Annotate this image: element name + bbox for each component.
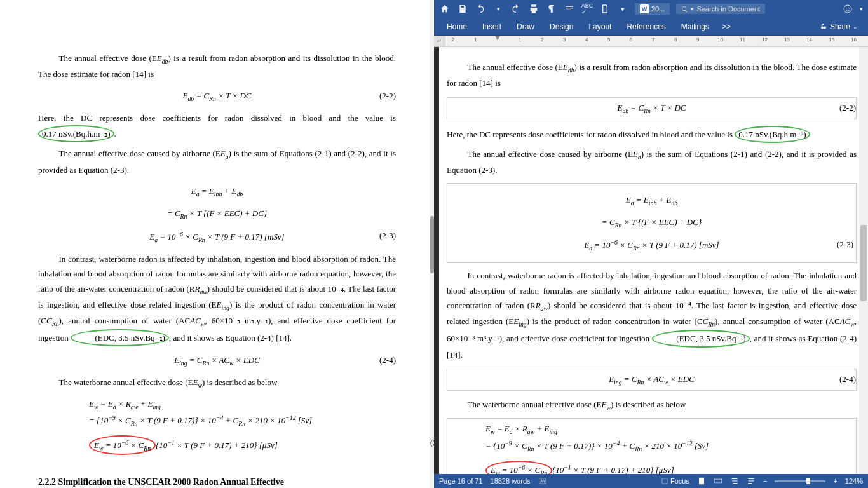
search-icon — [681, 6, 688, 13]
zoom-slider[interactable] — [775, 480, 825, 482]
share-icon — [820, 23, 827, 30]
green-annotation: (EDC, 3.5 nSv.Bq₋₁) — [71, 329, 169, 346]
tabs-overflow[interactable]: >> — [717, 18, 736, 35]
word-count[interactable]: 18828 words — [491, 477, 531, 485]
redo-icon[interactable] — [510, 3, 522, 15]
red-annotation[interactable]: Ew = 10−6 × CRn — [485, 461, 552, 474]
paragraph-marks-icon[interactable] — [546, 3, 557, 15]
green-annotation: 0.17 nSv.(Bq.h.m₋₃) — [38, 125, 114, 142]
word-document-area[interactable]: The annual effective dose (EEdb) is a re… — [439, 47, 864, 474]
scrollbar-thumb[interactable] — [860, 225, 867, 301]
ruler-corner[interactable]: ↵ — [434, 36, 445, 47]
page-icon[interactable] — [599, 3, 611, 15]
equation-2-3[interactable]: Ea = Einh + Edb = CRn × T {(F × EEC) + D… — [447, 183, 857, 264]
page-indicator[interactable]: Page 16 of 71 — [439, 477, 483, 485]
word-app-icon: W — [640, 4, 649, 13]
tab-layout[interactable]: Layout — [581, 18, 619, 35]
focus-mode-button[interactable]: Focus — [661, 477, 689, 485]
indent-marker[interactable] — [495, 36, 500, 41]
overflow-icon[interactable]: ▾ — [617, 3, 628, 15]
word-statusbar: Page 16 of 71 18828 words Focus − + 124% — [434, 474, 868, 488]
tab-draw[interactable]: Draw — [509, 18, 542, 35]
zoom-in-button[interactable]: + — [833, 477, 837, 485]
spellcheck-status-icon[interactable] — [538, 477, 547, 485]
red-annotation: Ew = 10−6 × CRn — [89, 435, 156, 454]
left-doc-content: The annual effective dose (EEdb) is a re… — [0, 0, 434, 488]
print-icon[interactable] — [528, 3, 539, 15]
word-window: ▾ ABC✓ ▾ W 20... ▾ Search in Document ▾ … — [434, 0, 868, 488]
paragraph: Here, the DC represents dose coefficient… — [38, 111, 396, 143]
heading-2-2-2: 2.2.2 Simplification the UNSCEAR 2000 Ra… — [38, 474, 396, 488]
save-icon[interactable] — [457, 3, 468, 15]
paragraph: The waterborne annual effective dose (EE… — [38, 375, 396, 391]
svg-rect-5 — [699, 478, 704, 485]
scrollbar-vertical[interactable] — [430, 0, 434, 488]
tab-mailings[interactable]: Mailings — [674, 18, 717, 35]
ribbon-tabs: Home Insert Draw Design Layout Reference… — [434, 18, 868, 36]
document-title[interactable]: W 20... — [635, 3, 670, 15]
svg-point-0 — [844, 5, 851, 13]
svg-point-1 — [846, 8, 846, 8]
draft-view-icon[interactable] — [747, 477, 756, 485]
print-layout-view-icon[interactable] — [697, 477, 706, 485]
paragraph: The annual effective dose caused by airb… — [38, 146, 396, 177]
tab-references[interactable]: References — [619, 18, 673, 35]
undo-dropdown-icon[interactable]: ▾ — [492, 3, 504, 15]
equation-2-3: Ea = Einh + Edb = CRn × T {(F × EEC) + D… — [38, 184, 396, 245]
home-icon[interactable] — [439, 3, 451, 15]
left-document-pane: The annual effective dose (EEdb) is a re… — [0, 0, 434, 488]
zoom-slider-thumb[interactable] — [806, 478, 810, 484]
horizontal-ruler[interactable]: ↵ 2 1 1 2 3 4 5 6 7 8 9 10 11 12 13 14 1… — [434, 36, 868, 47]
paragraph: The annual effective dose (EEdb) is a re… — [38, 51, 396, 82]
outline-view-icon[interactable] — [730, 477, 739, 485]
spellcheck-icon[interactable]: ABC✓ — [581, 3, 593, 15]
equation-2-4[interactable]: Eing = CRn × ACw × EDC (2-4) — [447, 369, 857, 391]
equation-2-2[interactable]: Edb = CRn × T × DC (2-2) — [447, 97, 857, 119]
search-input[interactable]: ▾ Search in Document — [676, 4, 765, 14]
tab-home[interactable]: Home — [439, 18, 475, 35]
tab-insert[interactable]: Insert — [475, 18, 509, 35]
equation-2-2: Edb = CRn × T × DC (2-2) — [38, 88, 396, 104]
mode-icon[interactable] — [564, 3, 575, 15]
equation-2-5[interactable]: Ew = Ea × Raw + Eing = {10−9 × CRn × T (… — [447, 418, 857, 474]
undo-icon[interactable] — [475, 3, 486, 15]
paragraph[interactable]: Here, the DC represents dose coefficient… — [447, 126, 857, 143]
equation-2-4: Eing = CRn × ACw × EDC (2-4) — [38, 353, 396, 369]
emoji-icon[interactable] — [842, 3, 853, 15]
paragraph[interactable]: In contrast, waterborne radon is affecte… — [447, 268, 857, 362]
emoji-dropdown[interactable]: ▾ — [860, 6, 863, 12]
share-button[interactable]: Share ⌄ — [815, 20, 863, 34]
svg-rect-4 — [662, 478, 667, 484]
paragraph[interactable]: The annual effective dose caused by airb… — [447, 147, 857, 178]
paragraph[interactable]: The waterborne annual effective dose (EE… — [447, 397, 857, 413]
scrollbar-vertical[interactable] — [859, 47, 868, 474]
paragraph[interactable]: The annual effective dose (EEdb) is a re… — [447, 60, 857, 91]
svg-point-2 — [848, 8, 849, 8]
word-titlebar: ▾ ABC✓ ▾ W 20... ▾ Search in Document ▾ … — [434, 0, 868, 36]
paragraph: In contrast, waterborne radon is affecte… — [38, 252, 396, 347]
zoom-level[interactable]: 124% — [845, 477, 863, 485]
zoom-out-button[interactable]: − — [763, 477, 767, 485]
green-annotation[interactable]: (EDC, 3.5 nSv.Bq⁻¹) — [652, 330, 750, 347]
equation-2-5: Ew = Ea × Raw + Eing = {10−9 × CRn × T (… — [38, 396, 396, 455]
green-annotation[interactable]: 0.17 nSv.(Bq.h.m⁻³) — [735, 126, 810, 143]
svg-rect-6 — [715, 478, 722, 483]
web-layout-view-icon[interactable] — [714, 477, 722, 485]
tab-design[interactable]: Design — [542, 18, 581, 35]
